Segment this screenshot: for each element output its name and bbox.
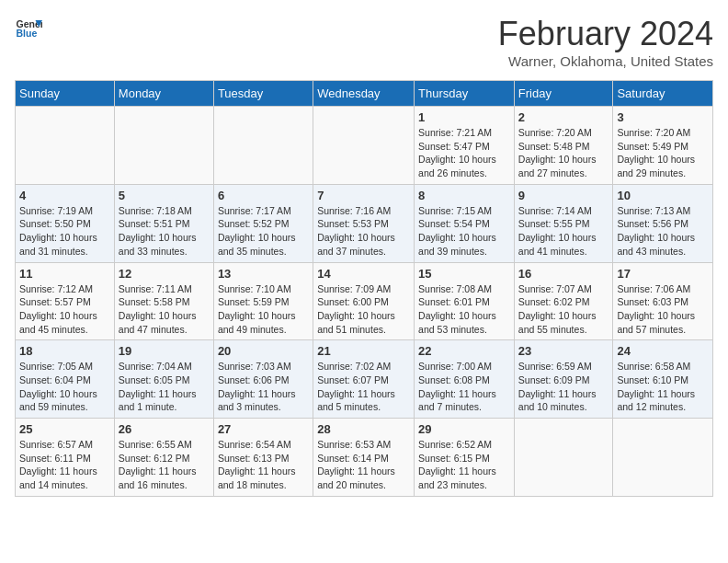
day-number: 16 bbox=[518, 267, 609, 281]
calendar-cell: 22Sunrise: 7:00 AMSunset: 6:08 PMDayligh… bbox=[415, 340, 515, 419]
header-friday: Friday bbox=[514, 81, 613, 107]
day-number: 23 bbox=[518, 344, 609, 358]
day-detail: Sunrise: 7:10 AMSunset: 5:59 PMDaylight:… bbox=[218, 282, 309, 337]
day-number: 13 bbox=[218, 267, 309, 281]
calendar-cell: 9Sunrise: 7:14 AMSunset: 5:55 PMDaylight… bbox=[514, 184, 613, 262]
calendar-cell: 21Sunrise: 7:02 AMSunset: 6:07 PMDayligh… bbox=[313, 340, 415, 419]
calendar-cell: 26Sunrise: 6:55 AMSunset: 6:12 PMDayligh… bbox=[114, 419, 213, 497]
day-number: 21 bbox=[317, 344, 410, 358]
day-detail: Sunrise: 7:13 AMSunset: 5:56 PMDaylight:… bbox=[617, 204, 709, 259]
day-number: 28 bbox=[317, 422, 410, 436]
day-detail: Sunrise: 7:05 AMSunset: 6:04 PMDaylight:… bbox=[19, 360, 110, 414]
day-detail: Sunrise: 6:55 AMSunset: 6:12 PMDaylight:… bbox=[119, 438, 210, 492]
day-number: 7 bbox=[317, 189, 410, 202]
week-row-1: 1Sunrise: 7:21 AMSunset: 5:47 PMDaylight… bbox=[16, 107, 713, 185]
day-number: 25 bbox=[19, 422, 110, 436]
page-header: General Blue February 2024 Warner, Oklah… bbox=[15, 15, 713, 69]
day-detail: Sunrise: 6:58 AMSunset: 6:10 PMDaylight:… bbox=[617, 360, 709, 414]
day-number: 18 bbox=[19, 344, 110, 358]
day-number: 6 bbox=[218, 189, 309, 202]
day-detail: Sunrise: 7:20 AMSunset: 5:48 PMDaylight:… bbox=[518, 126, 609, 180]
day-number: 19 bbox=[119, 344, 210, 358]
calendar-cell: 25Sunrise: 6:57 AMSunset: 6:11 PMDayligh… bbox=[16, 419, 115, 497]
header-saturday: Saturday bbox=[613, 81, 713, 107]
day-number: 10 bbox=[617, 189, 709, 202]
day-number: 8 bbox=[418, 189, 510, 202]
day-detail: Sunrise: 7:06 AMSunset: 6:03 PMDaylight:… bbox=[617, 282, 709, 337]
day-number: 9 bbox=[518, 189, 609, 202]
day-number: 15 bbox=[418, 267, 510, 281]
calendar-cell: 20Sunrise: 7:03 AMSunset: 6:06 PMDayligh… bbox=[213, 340, 313, 419]
title-area: February 2024 Warner, Oklahoma, United S… bbox=[498, 15, 713, 69]
day-number: 2 bbox=[518, 110, 609, 124]
day-detail: Sunrise: 6:52 AMSunset: 6:15 PMDaylight:… bbox=[418, 438, 510, 492]
calendar-table: SundayMondayTuesdayWednesdayThursdayFrid… bbox=[15, 80, 713, 497]
header-sunday: Sunday bbox=[16, 81, 115, 107]
calendar-cell: 8Sunrise: 7:15 AMSunset: 5:54 PMDaylight… bbox=[415, 184, 515, 262]
week-row-4: 18Sunrise: 7:05 AMSunset: 6:04 PMDayligh… bbox=[16, 340, 713, 419]
day-detail: Sunrise: 6:57 AMSunset: 6:11 PMDaylight:… bbox=[19, 438, 110, 492]
svg-text:Blue: Blue bbox=[17, 28, 38, 39]
calendar-cell: 1Sunrise: 7:21 AMSunset: 5:47 PMDaylight… bbox=[415, 107, 515, 185]
week-row-3: 11Sunrise: 7:12 AMSunset: 5:57 PMDayligh… bbox=[16, 262, 713, 340]
day-detail: Sunrise: 6:53 AMSunset: 6:14 PMDaylight:… bbox=[317, 438, 410, 492]
calendar-cell: 4Sunrise: 7:19 AMSunset: 5:50 PMDaylight… bbox=[16, 184, 115, 262]
calendar-cell: 29Sunrise: 6:52 AMSunset: 6:15 PMDayligh… bbox=[415, 419, 515, 497]
day-detail: Sunrise: 7:11 AMSunset: 5:58 PMDaylight:… bbox=[119, 282, 210, 337]
calendar-cell: 27Sunrise: 6:54 AMSunset: 6:13 PMDayligh… bbox=[213, 419, 313, 497]
calendar-cell: 11Sunrise: 7:12 AMSunset: 5:57 PMDayligh… bbox=[16, 262, 115, 340]
day-detail: Sunrise: 7:19 AMSunset: 5:50 PMDaylight:… bbox=[19, 204, 110, 259]
day-number: 1 bbox=[418, 110, 510, 124]
calendar-cell: 10Sunrise: 7:13 AMSunset: 5:56 PMDayligh… bbox=[613, 184, 713, 262]
day-number: 4 bbox=[19, 189, 110, 202]
header-tuesday: Tuesday bbox=[213, 81, 313, 107]
logo: General Blue bbox=[15, 15, 42, 42]
calendar-cell: 18Sunrise: 7:05 AMSunset: 6:04 PMDayligh… bbox=[16, 340, 115, 419]
calendar-cell: 23Sunrise: 6:59 AMSunset: 6:09 PMDayligh… bbox=[514, 340, 613, 419]
calendar-cell bbox=[213, 107, 313, 185]
day-detail: Sunrise: 7:17 AMSunset: 5:52 PMDaylight:… bbox=[218, 204, 309, 259]
header-wednesday: Wednesday bbox=[313, 81, 415, 107]
day-detail: Sunrise: 7:07 AMSunset: 6:02 PMDaylight:… bbox=[518, 282, 609, 337]
day-detail: Sunrise: 7:02 AMSunset: 6:07 PMDaylight:… bbox=[317, 360, 410, 414]
day-number: 27 bbox=[218, 422, 309, 436]
day-number: 12 bbox=[119, 267, 210, 281]
day-detail: Sunrise: 7:12 AMSunset: 5:57 PMDaylight:… bbox=[19, 282, 110, 337]
day-number: 3 bbox=[617, 110, 709, 124]
calendar-cell bbox=[16, 107, 115, 185]
calendar-cell: 14Sunrise: 7:09 AMSunset: 6:00 PMDayligh… bbox=[313, 262, 415, 340]
calendar-cell bbox=[514, 419, 613, 497]
calendar-cell: 2Sunrise: 7:20 AMSunset: 5:48 PMDaylight… bbox=[514, 107, 613, 185]
calendar-cell: 16Sunrise: 7:07 AMSunset: 6:02 PMDayligh… bbox=[514, 262, 613, 340]
day-number: 20 bbox=[218, 344, 309, 358]
calendar-cell: 28Sunrise: 6:53 AMSunset: 6:14 PMDayligh… bbox=[313, 419, 415, 497]
day-detail: Sunrise: 7:14 AMSunset: 5:55 PMDaylight:… bbox=[518, 204, 609, 259]
calendar-cell: 17Sunrise: 7:06 AMSunset: 6:03 PMDayligh… bbox=[613, 262, 713, 340]
calendar-cell: 24Sunrise: 6:58 AMSunset: 6:10 PMDayligh… bbox=[613, 340, 713, 419]
day-number: 24 bbox=[617, 344, 709, 358]
calendar-cell: 5Sunrise: 7:18 AMSunset: 5:51 PMDaylight… bbox=[114, 184, 213, 262]
day-detail: Sunrise: 7:16 AMSunset: 5:53 PMDaylight:… bbox=[317, 204, 410, 259]
calendar-cell: 3Sunrise: 7:20 AMSunset: 5:49 PMDaylight… bbox=[613, 107, 713, 185]
calendar-cell: 15Sunrise: 7:08 AMSunset: 6:01 PMDayligh… bbox=[415, 262, 515, 340]
calendar-subtitle: Warner, Oklahoma, United States bbox=[498, 53, 713, 69]
calendar-cell: 13Sunrise: 7:10 AMSunset: 5:59 PMDayligh… bbox=[213, 262, 313, 340]
calendar-cell: 19Sunrise: 7:04 AMSunset: 6:05 PMDayligh… bbox=[114, 340, 213, 419]
day-detail: Sunrise: 7:09 AMSunset: 6:00 PMDaylight:… bbox=[317, 282, 410, 337]
week-row-2: 4Sunrise: 7:19 AMSunset: 5:50 PMDaylight… bbox=[16, 184, 713, 262]
day-detail: Sunrise: 7:04 AMSunset: 6:05 PMDaylight:… bbox=[119, 360, 210, 414]
calendar-cell: 7Sunrise: 7:16 AMSunset: 5:53 PMDaylight… bbox=[313, 184, 415, 262]
day-detail: Sunrise: 7:00 AMSunset: 6:08 PMDaylight:… bbox=[418, 360, 510, 414]
day-detail: Sunrise: 7:20 AMSunset: 5:49 PMDaylight:… bbox=[617, 126, 709, 180]
week-row-5: 25Sunrise: 6:57 AMSunset: 6:11 PMDayligh… bbox=[16, 419, 713, 497]
calendar-cell bbox=[114, 107, 213, 185]
day-number: 14 bbox=[317, 267, 410, 281]
day-number: 11 bbox=[19, 267, 110, 281]
header-monday: Monday bbox=[114, 81, 213, 107]
calendar-header-row: SundayMondayTuesdayWednesdayThursdayFrid… bbox=[16, 81, 713, 107]
day-detail: Sunrise: 7:08 AMSunset: 6:01 PMDaylight:… bbox=[418, 282, 510, 337]
logo-icon: General Blue bbox=[15, 15, 42, 42]
day-number: 17 bbox=[617, 267, 709, 281]
calendar-title: February 2024 bbox=[498, 15, 713, 53]
day-detail: Sunrise: 6:54 AMSunset: 6:13 PMDaylight:… bbox=[218, 438, 309, 492]
